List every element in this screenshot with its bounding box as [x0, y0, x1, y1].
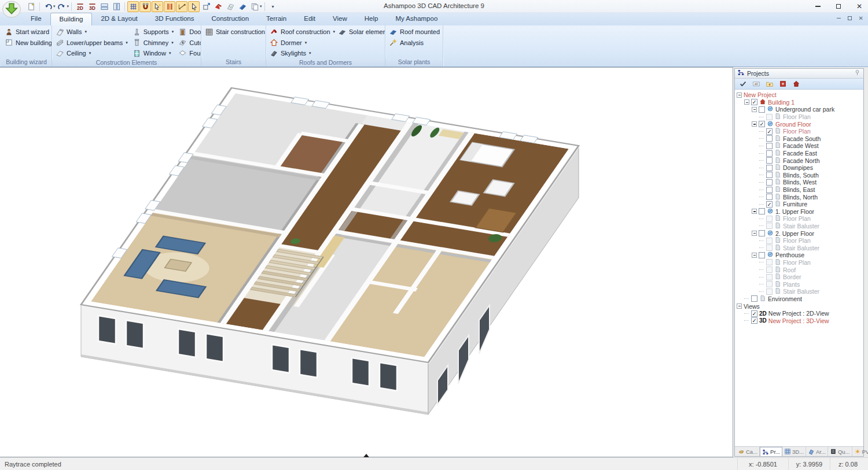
tree-item-1-upper-floor[interactable]: 1. Upper Floor	[735, 208, 863, 216]
dropdown-arrow-icon[interactable]: ▾	[169, 51, 171, 55]
undo-dropdown-arrow[interactable]: ▾	[53, 4, 56, 9]
tree-item-blinds-east[interactable]: Blinds, East	[735, 186, 863, 194]
collapse-expander-icon[interactable]	[737, 304, 742, 309]
collapse-expander-icon[interactable]	[752, 121, 757, 127]
export-box-button[interactable]	[777, 79, 789, 88]
panel-tab-qu[interactable]: Qu...	[828, 447, 852, 456]
tree-item-blinds-south[interactable]: Blinds, South	[735, 172, 863, 179]
tree-item-facade-south[interactable]: Facade South	[735, 135, 863, 143]
view-2d-button[interactable]: 2D	[74, 1, 86, 12]
solar-element-button[interactable]: Solar element▾	[336, 27, 385, 38]
visibility-checkbox[interactable]	[766, 179, 773, 186]
dropdown-arrow-icon[interactable]: ▾	[305, 40, 307, 45]
tab-file[interactable]: File	[22, 13, 50, 25]
dropdown-arrow-icon[interactable]: ▾	[443, 29, 443, 34]
redo-button[interactable]	[56, 1, 68, 12]
tree-item-new-project-2d-view[interactable]: ✓2DNew Project : 2D-View	[735, 310, 863, 317]
tree-item-floor-plan[interactable]: Floor Plan	[735, 237, 863, 245]
tree-item-ground-floor[interactable]: ✓Ground Floor	[735, 120, 863, 128]
visibility-checkbox[interactable]: ✓	[766, 128, 773, 135]
eraser-tool-button[interactable]	[237, 1, 248, 12]
texture-tool-button[interactable]	[225, 1, 236, 12]
lower-upper-beams-button[interactable]: Lower/upper beams▾	[54, 38, 131, 49]
tree-item-blinds-west[interactable]: Blinds, West	[735, 179, 863, 186]
visibility-checkbox[interactable]	[766, 143, 773, 149]
dormer-button[interactable]: Dormer▾	[268, 38, 336, 49]
visibility-checkbox[interactable]	[766, 281, 773, 287]
ceiling-button[interactable]: Ceiling▾	[54, 48, 131, 59]
start-wizard-button[interactable]: Start wizard	[3, 27, 52, 38]
doc-minimize-button[interactable]	[837, 18, 841, 19]
app-logo-icon[interactable]	[2, 1, 23, 21]
render-house-button[interactable]	[790, 79, 802, 88]
tree-item-blinds-north[interactable]: Blinds, North	[735, 193, 863, 201]
doc-restore-button[interactable]	[848, 16, 852, 20]
rename-label-button[interactable]: abl	[751, 79, 762, 88]
door-button[interactable]: Door▾	[176, 27, 201, 38]
dropdown-arrow-icon[interactable]: ▾	[171, 40, 174, 45]
roof-mounted-button[interactable]: Roof mounted▾	[387, 27, 443, 38]
tree-item-facade-north[interactable]: Facade North	[735, 157, 863, 164]
restore-button[interactable]	[833, 2, 844, 11]
tab-my-ashampoo[interactable]: My Ashampoo	[387, 13, 446, 25]
dropdown-arrow-icon[interactable]: ▾	[84, 29, 87, 34]
visibility-checkbox[interactable]: ✓	[751, 310, 757, 317]
transform-button[interactable]	[200, 1, 212, 12]
window-button[interactable]: Window▾	[131, 48, 177, 59]
tab-terrain[interactable]: Terrain	[258, 13, 295, 25]
tree-item-floor-plan[interactable]: Floor Plan	[735, 113, 863, 121]
tab-3d-functions[interactable]: 3D Functions	[146, 13, 203, 25]
tab-edit[interactable]: Edit	[295, 13, 324, 25]
panel-tab-pv[interactable]: PV...	[852, 447, 868, 456]
collapse-expander-icon[interactable]	[744, 99, 749, 105]
doc-close-button[interactable]: ✕	[859, 15, 863, 21]
visibility-checkbox[interactable]	[766, 172, 773, 178]
tab-construction[interactable]: Construction	[203, 13, 258, 25]
tree-item-new-project[interactable]: New Project	[735, 91, 863, 99]
copy-button[interactable]	[249, 1, 260, 12]
visibility-checkbox[interactable]	[766, 288, 773, 295]
tree-item-facade-west[interactable]: Facade West	[735, 142, 863, 150]
new-document-button[interactable]	[25, 1, 37, 12]
visibility-checkbox[interactable]	[766, 157, 773, 164]
tree-item-building-1[interactable]: ✓Building 1	[735, 99, 863, 106]
visibility-checkbox[interactable]	[766, 223, 773, 229]
skylights-button[interactable]: Skylights▾	[268, 48, 336, 59]
split-horizontal-button[interactable]	[98, 1, 110, 12]
visibility-checkbox[interactable]	[766, 267, 773, 273]
cutout-button[interactable]: Cutout▾	[176, 38, 201, 49]
tree-item-views[interactable]: Views	[735, 302, 863, 310]
tree-item-furniture[interactable]: ✓Furniture	[735, 201, 863, 208]
folder-up-button[interactable]	[764, 79, 775, 88]
panel-tab-ca[interactable]: Ca...	[736, 447, 760, 456]
snap-grid-button[interactable]	[127, 1, 139, 12]
chimney-button[interactable]: Chimney▾	[131, 38, 177, 49]
tree-item-plants[interactable]: Plants	[735, 280, 863, 288]
visibility-checkbox[interactable]	[766, 216, 773, 222]
tree-item-roof[interactable]: Roof	[735, 266, 863, 273]
tree-item-environment[interactable]: Environment	[735, 295, 863, 303]
panel-tab-ar[interactable]: Ar...	[806, 447, 828, 456]
visibility-checkbox[interactable]	[766, 238, 773, 244]
tab-help[interactable]: Help	[356, 13, 387, 25]
visibility-checkbox[interactable]	[766, 150, 773, 157]
undo-button[interactable]	[42, 1, 54, 12]
confirm-check-button[interactable]	[737, 79, 749, 88]
minimize-button[interactable]	[812, 2, 823, 11]
tree-item-facade-east[interactable]: Facade East	[735, 150, 863, 157]
guides-button[interactable]	[164, 1, 175, 12]
visibility-checkbox[interactable]: ✓	[751, 99, 757, 105]
tab-view[interactable]: View	[324, 13, 356, 25]
roof-construction-button[interactable]: Roof construction▾	[268, 27, 336, 38]
visibility-checkbox[interactable]: ✓	[751, 317, 757, 324]
dropdown-arrow-icon[interactable]: ▾	[333, 29, 336, 34]
dropdown-arrow-icon[interactable]: ▾	[89, 51, 91, 55]
visibility-checkbox[interactable]	[759, 230, 765, 236]
measure-button[interactable]	[176, 1, 187, 12]
visibility-checkbox[interactable]	[759, 252, 765, 258]
visibility-checkbox[interactable]	[766, 114, 773, 120]
dropdown-arrow-icon[interactable]: ▾	[309, 51, 311, 55]
tree-item-floor-plan[interactable]: ✓Floor Plan	[735, 128, 863, 135]
tree-item-penthouse[interactable]: Penthouse	[735, 251, 863, 259]
visibility-checkbox[interactable]: ✓	[766, 201, 773, 208]
